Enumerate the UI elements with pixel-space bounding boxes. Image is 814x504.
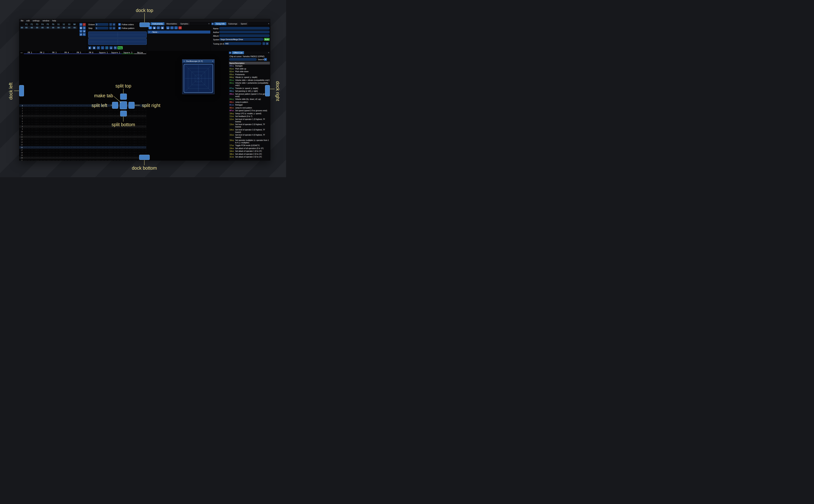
- pattern-row[interactable]: 5··· ·· ·· ······· ·· ·· ······· ·· ·· ·…: [19, 117, 146, 120]
- tab-samples[interactable]: Samples: [179, 22, 190, 25]
- channel-header-fm-6[interactable]: FM 6: [85, 51, 97, 54]
- split-right-target[interactable]: [128, 102, 135, 109]
- orders-row[interactable]: 0000000000000000000000: [20, 26, 77, 29]
- channel-header-fm-1[interactable]: FM 1: [24, 51, 36, 54]
- pattern-row[interactable]: 14··· ·· ·· ······· ·· ·· ······· ·· ·· …: [19, 141, 146, 144]
- auto-system-button[interactable]: Auto: [264, 38, 270, 41]
- orders-move-up-button[interactable]: ∧: [83, 26, 86, 29]
- poly-button[interactable]: Poly: [117, 46, 123, 49]
- make-tab-target[interactable]: [120, 101, 127, 109]
- transport-metronome-button[interactable]: ▲: [109, 46, 113, 49]
- octave-minus-button[interactable]: -: [109, 23, 112, 26]
- pattern-row[interactable]: 9··· ·· ·· ······· ·· ·· ······· ·· ·· ·…: [19, 128, 146, 130]
- orders-add-button[interactable]: +: [79, 23, 82, 26]
- pattern-row[interactable]: 11··· ·· ·· ······· ·· ·· ······· ·· ·· …: [19, 133, 146, 136]
- tab-list-popup-button[interactable]: ▼: [229, 52, 231, 54]
- pattern-row[interactable]: 4··· ·· ·· ······· ·· ·· ······· ·· ·· ·…: [19, 115, 146, 117]
- step-input[interactable]: 1: [95, 27, 108, 29]
- tuning-plus-button[interactable]: +: [266, 42, 268, 45]
- menu-item-settings[interactable]: settings: [33, 20, 40, 22]
- tab-song-info[interactable]: Song Info: [214, 22, 226, 25]
- pattern-row[interactable]: 18··· ·· ·· ······· ·· ·· ······· ·· ·· …: [19, 151, 146, 154]
- order-cell[interactable]: 00: [40, 27, 45, 29]
- instrument-list-item[interactable]: ○ - None -: [148, 31, 210, 34]
- tab-list-popup-button[interactable]: ▼: [211, 23, 214, 25]
- channel-header-fm-5[interactable]: FM 5: [73, 51, 85, 54]
- orders-remove-button[interactable]: −: [83, 23, 86, 26]
- instruments-organize-button[interactable]: ┳: [166, 26, 170, 29]
- channel-header-square-1[interactable]: Square 1: [97, 51, 110, 54]
- split-bottom-target[interactable]: [120, 111, 127, 116]
- tuning-field[interactable]: 440: [224, 42, 261, 45]
- instruments-duplicate-button[interactable]: ▣: [153, 26, 156, 29]
- tab-speed[interactable]: Speed: [239, 22, 248, 25]
- channel-header-fm-4[interactable]: FM 4: [61, 51, 73, 54]
- order-cell[interactable]: 00: [61, 27, 67, 29]
- order-cell[interactable]: 00: [29, 27, 34, 29]
- close-icon[interactable]: ×: [268, 52, 269, 54]
- name-field[interactable]: [219, 27, 270, 30]
- close-icon[interactable]: ×: [268, 23, 269, 25]
- menu-item-edit[interactable]: edit: [26, 20, 30, 22]
- transport-play-from-cursor-button[interactable]: »: [97, 46, 100, 49]
- order-cell[interactable]: 00: [45, 27, 50, 29]
- instruments-move-down-button[interactable]: ↓: [174, 26, 178, 29]
- dock-left-target[interactable]: [19, 85, 24, 96]
- menu-item-file[interactable]: file: [21, 20, 23, 22]
- menu-item-help[interactable]: help: [52, 20, 56, 22]
- tab-instruments[interactable]: Instruments: [151, 22, 165, 25]
- effect-list-menu-button[interactable]: ≡: [264, 58, 267, 61]
- tab-effect-list[interactable]: Effect List: [232, 51, 244, 54]
- instruments-open-button[interactable]: ▱: [157, 26, 160, 29]
- pattern-row[interactable]: 13··· ·· ·· ······· ·· ·· ······· ·· ·· …: [19, 138, 146, 141]
- channel-header-fm-2[interactable]: FM 2: [36, 51, 48, 54]
- dock-right-target[interactable]: [265, 85, 270, 96]
- orders-duplicate-end-button[interactable]: ⇊: [83, 30, 86, 33]
- order-cell[interactable]: 00: [72, 27, 77, 29]
- orders-edit-mode-button[interactable]: ↖: [83, 33, 86, 36]
- channel-header-square-3[interactable]: Square 3: [122, 51, 134, 54]
- transport-play-pattern-button[interactable]: ◉: [92, 46, 96, 49]
- follow-pattern-checkbox[interactable]: ✓: [118, 27, 121, 29]
- pattern-row[interactable]: 15··· ·· ·· ······· ·· ·· ······· ·· ·· …: [19, 144, 146, 146]
- tab-wavetables[interactable]: Wavetables: [165, 22, 179, 25]
- order-cell[interactable]: 00: [50, 27, 56, 29]
- pattern-row[interactable]: 16··· ·· ·· ······· ·· ·· ······· ·· ·· …: [19, 146, 146, 149]
- pattern-row[interactable]: 0··· ·· ·· ······· ·· ·· ······· ·· ·· ·…: [19, 104, 146, 107]
- channel-header-fm-3[interactable]: FM 3: [48, 51, 61, 54]
- pattern-row[interactable]: 19··· ·· ·· ······· ·· ·· ······· ·· ·· …: [19, 154, 146, 157]
- instruments-move-up-button[interactable]: ↑: [170, 26, 174, 29]
- transport-play-button[interactable]: ▶: [88, 46, 91, 49]
- follow-orders-checkbox[interactable]: ✓: [118, 23, 121, 26]
- pattern-row[interactable]: 3··· ·· ·· ······· ·· ·· ······· ·· ·· ·…: [19, 112, 146, 115]
- pattern-row[interactable]: 1··· ·· ·· ······· ·· ·· ······· ·· ·· ·…: [19, 107, 146, 109]
- dock-top-target[interactable]: [139, 22, 150, 27]
- pattern-row[interactable]: 17··· ·· ·· ······· ·· ·· ······· ·· ·· …: [19, 149, 146, 151]
- close-icon[interactable]: ×: [208, 23, 209, 25]
- author-field[interactable]: [219, 31, 270, 33]
- orders-duplicate-button[interactable]: ▣: [79, 26, 82, 29]
- pattern-row[interactable]: 20··· ·· ·· ······· ·· ·· ······· ·· ·· …: [19, 157, 146, 159]
- close-icon[interactable]: ×: [212, 60, 213, 62]
- instruments-save-button[interactable]: ▦: [161, 26, 164, 29]
- transport-repeat-button[interactable]: ↻: [114, 46, 117, 49]
- pattern-row[interactable]: 2··· ·· ·· ······· ·· ·· ······· ·· ·· ·…: [19, 109, 146, 112]
- effect-search-input[interactable]: [229, 58, 257, 61]
- tuning-minus-button[interactable]: -: [262, 42, 265, 45]
- pattern-row[interactable]: 21··· ·· ·· ······· ·· ·· ······· ·· ·· …: [19, 159, 146, 161]
- order-cell[interactable]: 00: [24, 27, 29, 29]
- transport-record-button[interactable]: ●: [105, 46, 108, 49]
- menu-item-window[interactable]: window: [43, 20, 49, 22]
- orders-change-all-button[interactable]: ⇄: [79, 33, 82, 36]
- system-field[interactable]: Sega Genesis/Mega Drive: [219, 38, 263, 41]
- octave-plus-button[interactable]: +: [113, 23, 115, 26]
- step-minus-button[interactable]: -: [109, 27, 112, 29]
- tab-subsongs[interactable]: Subsongs: [226, 22, 239, 25]
- album-field[interactable]: [219, 34, 270, 37]
- order-cell[interactable]: 00: [56, 27, 61, 29]
- pattern-row[interactable]: 12··· ·· ·· ······· ·· ·· ······· ·· ·· …: [19, 136, 146, 138]
- split-top-target[interactable]: [120, 94, 127, 100]
- channel-header-square-2[interactable]: Square 2: [110, 51, 122, 54]
- step-plus-button[interactable]: +: [113, 27, 115, 29]
- pattern-expand-button[interactable]: ++: [19, 51, 24, 54]
